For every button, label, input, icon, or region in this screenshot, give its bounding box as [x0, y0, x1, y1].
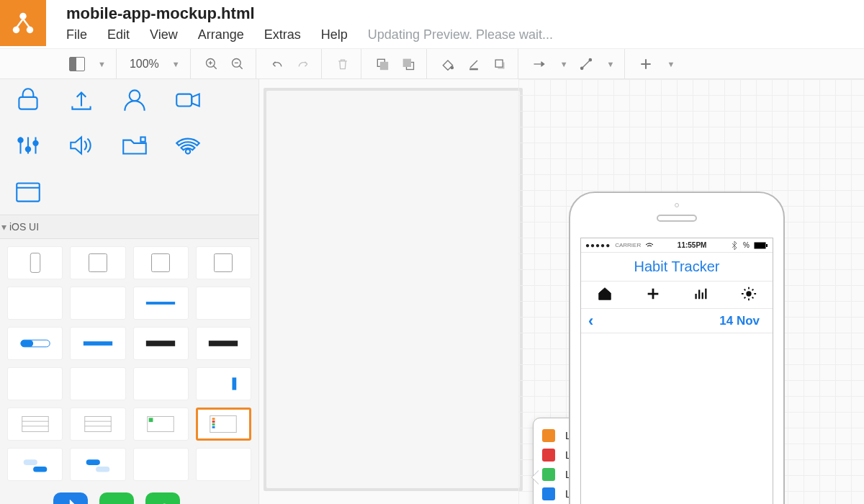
svg-point-49	[747, 292, 751, 296]
svg-rect-45	[96, 467, 109, 472]
window-icon[interactable]	[10, 177, 46, 206]
upload-icon[interactable]	[63, 85, 99, 114]
shape-divider2[interactable]	[70, 287, 125, 320]
back-chevron-icon[interactable]: ‹	[588, 312, 593, 330]
battery-pct: %	[743, 241, 750, 249]
menu-help[interactable]: Help	[321, 27, 348, 42]
section-label: iOS UI	[9, 221, 39, 233]
app-header: mobile-app-mockup.html File Edit View Ar…	[0, 0, 864, 49]
svg-rect-42	[23, 459, 37, 465]
menu-bar: File Edit View Arrange Extras Help Updat…	[66, 27, 850, 42]
shape-divider1[interactable]	[7, 287, 63, 320]
video-icon[interactable]	[170, 85, 206, 114]
menu-arrange[interactable]: Arrange	[198, 27, 244, 42]
bluetooth-status-icon	[730, 241, 739, 250]
svg-point-1	[13, 27, 20, 34]
svg-rect-14	[19, 97, 37, 109]
shape-ipad[interactable]	[70, 246, 125, 279]
shape-table2[interactable]	[70, 408, 125, 441]
lock-icon[interactable]	[10, 85, 46, 114]
svg-rect-44	[86, 459, 100, 465]
svg-rect-43	[33, 467, 47, 472]
redo-icon[interactable]	[295, 56, 311, 72]
zoom-out-icon[interactable]	[230, 56, 246, 72]
shape-palette	[7, 239, 251, 488]
shape-text2[interactable]	[196, 448, 251, 481]
svg-point-0	[19, 13, 27, 20]
phone-speaker	[657, 215, 697, 222]
hotspot-chip[interactable]	[99, 492, 134, 504]
document-title[interactable]: mobile-app-mockup.html	[66, 4, 850, 23]
undo-icon[interactable]	[269, 56, 285, 72]
shape-segment2[interactable]	[70, 327, 125, 360]
svg-point-2	[27, 27, 34, 34]
canvas[interactable]: Label›Label›Label›Label›Label›Label› Cel…	[259, 79, 864, 504]
shape-misc2[interactable]	[70, 367, 125, 400]
menu-extras[interactable]: Extras	[264, 27, 301, 42]
bluetooth-chip[interactable]	[53, 492, 88, 504]
date-label[interactable]: 14 Nov	[719, 314, 760, 328]
shape-table1[interactable]	[7, 408, 63, 441]
shape-segment1[interactable]	[7, 327, 63, 360]
svg-rect-32	[233, 377, 237, 390]
shape-ipad3[interactable]	[196, 246, 251, 279]
fill-icon[interactable]	[440, 56, 456, 72]
shape-divider3[interactable]	[196, 287, 251, 320]
bottom-chips	[7, 488, 251, 504]
shape-misc1[interactable]	[7, 367, 63, 400]
to-front-icon[interactable]	[374, 56, 390, 72]
wifi-icon[interactable]	[170, 131, 206, 160]
section-ios-ui[interactable]: iOS UI	[0, 215, 258, 239]
sliders-icon[interactable]	[10, 131, 46, 160]
svg-rect-10	[469, 68, 478, 70]
svg-rect-29	[84, 341, 112, 346]
svg-rect-26	[146, 302, 175, 305]
user-icon[interactable]	[117, 85, 153, 114]
shadow-icon[interactable]	[492, 56, 508, 72]
insert-icon[interactable]	[638, 56, 654, 72]
menu-edit[interactable]: Edit	[107, 27, 130, 42]
shape-ipad2[interactable]	[133, 246, 189, 279]
shape-table3[interactable]	[133, 408, 189, 441]
tab-home-icon[interactable]	[597, 286, 613, 305]
shape-chat2[interactable]	[70, 448, 125, 481]
menu-view[interactable]: View	[150, 27, 178, 42]
svg-rect-22	[30, 253, 40, 273]
waypoint-style-icon[interactable]	[578, 56, 594, 72]
tab-settings-icon[interactable]	[741, 286, 757, 305]
tab-stats-icon[interactable]	[693, 286, 708, 305]
menu-file[interactable]: File	[66, 27, 87, 42]
zoom-in-icon[interactable]	[204, 56, 220, 72]
shape-segment3[interactable]	[133, 327, 189, 360]
svg-point-15	[130, 90, 140, 101]
shape-text[interactable]	[133, 448, 189, 481]
color-swatch	[542, 449, 555, 462]
to-back-icon[interactable]	[400, 56, 416, 72]
color-swatch	[542, 487, 555, 500]
svg-rect-40	[212, 423, 215, 426]
shape-cell-list-selected[interactable]	[196, 408, 251, 441]
tab-add-icon[interactable]	[645, 286, 661, 305]
shape-iphone[interactable]	[7, 246, 63, 279]
link-chip[interactable]	[145, 492, 180, 504]
svg-rect-25	[215, 254, 233, 272]
wifi-status-icon	[645, 242, 654, 249]
zoom-level[interactable]: 100%	[130, 58, 159, 71]
svg-point-9	[451, 66, 453, 68]
line-color-icon[interactable]	[466, 56, 482, 72]
volume-icon[interactable]	[63, 131, 99, 160]
shape-chat1[interactable]	[7, 448, 63, 481]
layout-toggle[interactable]	[69, 56, 85, 72]
app-logo	[0, 0, 46, 46]
connection-style-icon[interactable]	[531, 56, 547, 72]
svg-rect-20	[140, 137, 145, 141]
delete-icon[interactable]	[335, 56, 351, 72]
iphone-mockup[interactable]: ●●●●● CARRIER 11:55PM % Habit Tracker	[569, 192, 785, 504]
svg-rect-11	[495, 60, 503, 67]
shape-bar-blue[interactable]	[133, 287, 189, 320]
shape-misc4[interactable]	[196, 367, 251, 400]
shape-segment4[interactable]	[196, 327, 251, 360]
shape-misc3[interactable]	[133, 367, 189, 400]
svg-rect-30	[146, 341, 175, 346]
folder-icon[interactable]	[117, 131, 153, 160]
